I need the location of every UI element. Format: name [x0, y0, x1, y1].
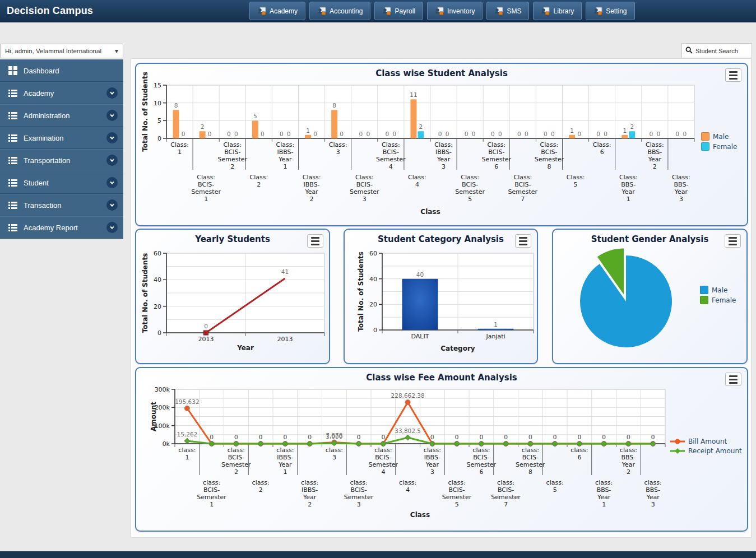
- chevron-down-icon[interactable]: [106, 199, 118, 211]
- chart-canvas: 0204060Total No. of StudentsCategoryDALI…: [345, 230, 537, 363]
- nav-payroll-button[interactable]: Payroll: [374, 2, 423, 20]
- svg-text:41: 41: [281, 268, 289, 275]
- svg-text:Class:: Class:: [461, 174, 479, 181]
- nav-accounting-button[interactable]: Accounting: [309, 2, 370, 20]
- svg-text:Year: Year: [622, 188, 636, 196]
- chevron-down-icon[interactable]: [106, 110, 118, 121]
- svg-text:Semester: Semester: [376, 156, 406, 163]
- svg-text:BBS-: BBS-: [674, 181, 689, 188]
- svg-text:2: 2: [310, 196, 314, 203]
- legend-item[interactable]: Female: [700, 296, 736, 304]
- svg-text:0: 0: [491, 131, 495, 137]
- svg-text:300k: 300k: [155, 386, 170, 393]
- chevron-down-icon[interactable]: [106, 132, 118, 143]
- chart-title: Class wise Fee Amount Analysis: [136, 373, 747, 383]
- student-search-button[interactable]: Student Search: [681, 43, 752, 58]
- svg-text:Year: Year: [278, 156, 292, 163]
- svg-text:5: 5: [553, 486, 557, 494]
- user-dropdown[interactable]: Hi, admin, Velammal International ▾: [0, 44, 123, 58]
- svg-text:Year: Year: [425, 461, 439, 468]
- svg-text:0: 0: [472, 131, 476, 137]
- svg-text:class:: class:: [448, 479, 466, 486]
- student-search-label: Student Search: [695, 48, 738, 54]
- sidebar-item-dashboard[interactable]: Dashboard: [0, 59, 123, 82]
- sidebar-item-academy-report[interactable]: Academy Report: [0, 216, 123, 239]
- svg-text:BCIS-: BCIS-: [356, 181, 373, 188]
- svg-text:0: 0: [210, 434, 214, 440]
- svg-text:BBS-: BBS-: [647, 148, 662, 156]
- svg-text:Class:: Class:: [514, 174, 532, 181]
- chevron-down-icon[interactable]: [106, 177, 118, 188]
- svg-text:2: 2: [201, 123, 205, 130]
- svg-text:20: 20: [154, 303, 161, 310]
- chart-menu-button[interactable]: [725, 234, 741, 248]
- panel-student-category-analysis: 0204060Total No. of StudentsCategoryDALI…: [344, 229, 538, 364]
- nav-academy-button[interactable]: Academy: [249, 2, 305, 20]
- chart-menu-button[interactable]: [725, 373, 741, 386]
- svg-text:BCIS-: BCIS-: [473, 454, 489, 461]
- legend-item[interactable]: Bill Amount: [670, 438, 742, 445]
- svg-text:3,000: 3,000: [326, 433, 342, 440]
- legend-item[interactable]: Male: [701, 132, 737, 141]
- svg-text:class:: class:: [546, 479, 564, 486]
- svg-text:Total No. of Students: Total No. of Students: [357, 252, 365, 332]
- nav-library-button[interactable]: Library: [533, 2, 582, 20]
- svg-text:8: 8: [332, 102, 336, 109]
- nav-inventory-button[interactable]: Inventory: [427, 2, 483, 20]
- nav-label: Library: [553, 7, 574, 15]
- sidebar-item-student[interactable]: Student: [0, 171, 123, 194]
- chart-title: Yearly Students: [136, 234, 329, 244]
- user-module-icon: [382, 7, 391, 16]
- nav-setting-button[interactable]: Setting: [586, 2, 634, 20]
- svg-text:0: 0: [676, 131, 680, 137]
- nav-sms-button[interactable]: SMS: [486, 2, 529, 20]
- svg-text:class:: class:: [595, 479, 613, 486]
- svg-text:0: 0: [528, 434, 532, 440]
- legend-item[interactable]: Male: [700, 286, 736, 294]
- svg-text:5: 5: [455, 501, 459, 508]
- chart-legend: MaleFemale: [700, 286, 736, 304]
- svg-text:Category: Category: [440, 345, 475, 352]
- svg-text:40: 40: [369, 276, 377, 283]
- svg-text:BCIS-: BCIS-: [198, 181, 214, 188]
- svg-text:BCIS-: BCIS-: [224, 148, 240, 156]
- sidebar-item-transportation[interactable]: Transportation: [0, 149, 123, 171]
- svg-text:228,662.38: 228,662.38: [391, 392, 425, 399]
- svg-text:BBS-: BBS-: [621, 454, 636, 461]
- sidebar-item-academy[interactable]: Academy: [0, 82, 123, 104]
- chevron-down-icon[interactable]: [106, 155, 118, 166]
- svg-text:60: 60: [154, 250, 161, 257]
- nav-label: Accounting: [330, 7, 363, 15]
- legend-item[interactable]: Receipt Amount: [670, 447, 742, 455]
- svg-text:0: 0: [683, 131, 687, 137]
- sidebar-menu: Dashboard Academy Administration Examina…: [0, 59, 123, 239]
- svg-text:1: 1: [306, 127, 310, 134]
- chevron-down-icon[interactable]: [106, 222, 118, 233]
- chart-menu-button[interactable]: [515, 234, 531, 248]
- svg-text:0: 0: [382, 434, 386, 440]
- chart-title: Student Category Analysis: [345, 234, 537, 244]
- svg-text:Year: Year: [236, 344, 254, 352]
- svg-text:IBBS-: IBBS-: [277, 148, 293, 156]
- chevron-down-icon[interactable]: [106, 87, 118, 99]
- svg-text:15,262: 15,262: [177, 431, 198, 438]
- svg-text:0: 0: [602, 434, 606, 440]
- sidebar-item-administration[interactable]: Administration: [0, 104, 123, 127]
- svg-text:0: 0: [373, 327, 377, 334]
- chart-menu-button[interactable]: [307, 234, 323, 248]
- panel-student-gender-analysis: Student Gender Analysis MaleFemale: [552, 229, 748, 364]
- chart-menu-button[interactable]: [725, 68, 741, 82]
- chart-legend: MaleFemale: [701, 132, 737, 151]
- svg-text:Semester: Semester: [191, 188, 221, 196]
- svg-text:2: 2: [630, 123, 634, 130]
- svg-text:BCIS-: BCIS-: [228, 454, 244, 461]
- sidebar-item-transaction[interactable]: Transaction: [0, 194, 123, 216]
- sidebar-item-label: Administration: [24, 111, 106, 120]
- legend-item[interactable]: Female: [701, 142, 737, 151]
- nav-label: Academy: [270, 7, 298, 15]
- svg-text:Class:: Class:: [408, 174, 426, 181]
- svg-text:0: 0: [551, 131, 555, 137]
- sidebar-item-examination[interactable]: Examination: [0, 127, 123, 149]
- user-dropdown-value: Hi, admin, Velammal International: [5, 48, 101, 54]
- svg-text:0: 0: [657, 131, 661, 137]
